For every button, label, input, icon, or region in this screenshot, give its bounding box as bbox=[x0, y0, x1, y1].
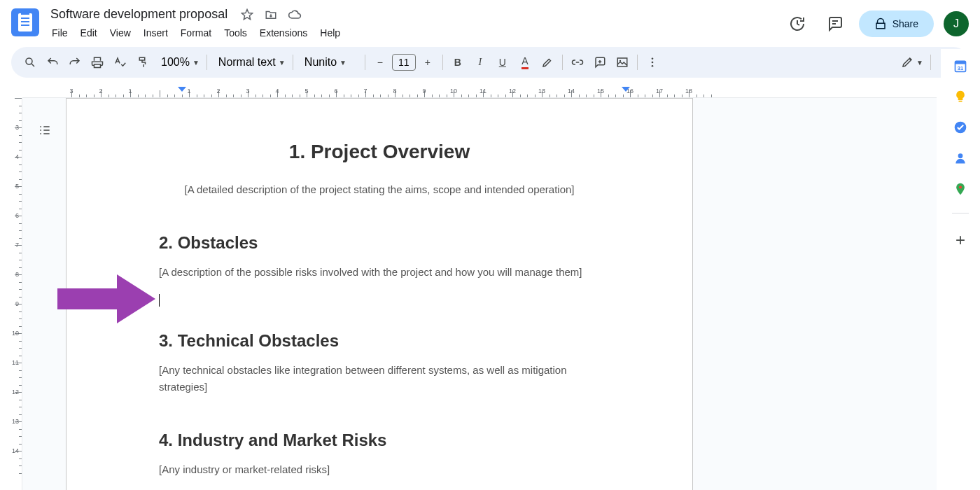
document-title[interactable]: Software development proposal bbox=[46, 6, 232, 23]
side-panel: 31 + bbox=[941, 49, 980, 490]
svg-rect-7 bbox=[955, 61, 966, 64]
insert-image-icon[interactable] bbox=[612, 52, 633, 73]
zoom-dropdown[interactable]: 100%▼ bbox=[154, 52, 202, 73]
paragraph-style-dropdown[interactable]: Normal text▼ bbox=[211, 52, 288, 73]
menu-edit[interactable]: Edit bbox=[75, 24, 103, 41]
undo-icon[interactable] bbox=[42, 52, 63, 73]
heading-2[interactable]: 2. Obstacles bbox=[159, 233, 600, 253]
separator bbox=[442, 55, 443, 70]
bold-button[interactable]: B bbox=[447, 52, 468, 73]
document-page[interactable]: 1. Project Overview [A detailed descript… bbox=[66, 98, 693, 490]
body-text[interactable]: [Any industry or market-related risks] bbox=[159, 461, 600, 478]
separator bbox=[562, 55, 563, 70]
calendar-app-icon[interactable]: 31 bbox=[953, 59, 967, 73]
menu-file[interactable]: File bbox=[46, 24, 74, 41]
insert-link-icon[interactable] bbox=[567, 52, 588, 73]
toolbar: 100%▼ Normal text▼ Nunito▼ − 11 + B I U … bbox=[11, 47, 969, 78]
horizontal-ruler[interactable]: 321123456789101112131415161718 bbox=[22, 85, 937, 98]
body-text[interactable]: [A description of the possible risks inv… bbox=[159, 264, 600, 281]
separator bbox=[930, 55, 931, 70]
header-actions: Share J bbox=[783, 10, 969, 38]
font-dropdown[interactable]: Nunito▼ bbox=[298, 52, 360, 73]
caret-down-icon: ▼ bbox=[340, 59, 346, 66]
font-size-decrease[interactable]: − bbox=[370, 52, 391, 73]
print-icon[interactable] bbox=[87, 52, 108, 73]
caret-down-icon: ▼ bbox=[916, 59, 923, 66]
tasks-app-icon[interactable] bbox=[953, 120, 967, 134]
svg-point-2 bbox=[620, 60, 621, 62]
add-comment-icon[interactable] bbox=[589, 52, 610, 73]
cloud-status-icon[interactable] bbox=[286, 6, 303, 23]
search-menus-icon[interactable] bbox=[20, 52, 41, 73]
redo-icon[interactable] bbox=[64, 52, 85, 73]
font-size-increase[interactable]: + bbox=[417, 52, 438, 73]
editor-canvas: 1. Project Overview [A detailed descript… bbox=[22, 98, 937, 490]
body-text[interactable]: [Any technical obstacles like integratio… bbox=[159, 362, 600, 396]
maps-app-icon[interactable] bbox=[953, 182, 967, 196]
app-header: Software development proposal File Edit … bbox=[0, 0, 980, 41]
more-icon[interactable] bbox=[642, 52, 663, 73]
title-area: Software development proposal File Edit … bbox=[46, 6, 783, 41]
share-button[interactable]: Share bbox=[859, 10, 934, 37]
annotation-arrow bbox=[57, 274, 155, 323]
heading-2[interactable]: 3. Technical Obstacles bbox=[159, 331, 600, 351]
separator bbox=[952, 213, 969, 214]
move-icon[interactable] bbox=[262, 6, 279, 23]
document-outline-icon[interactable] bbox=[32, 118, 57, 143]
menu-help[interactable]: Help bbox=[314, 24, 346, 41]
svg-point-4 bbox=[651, 62, 653, 64]
contacts-app-icon[interactable] bbox=[953, 151, 967, 165]
text-color-button[interactable]: A bbox=[514, 52, 536, 73]
paint-format-icon[interactable] bbox=[132, 52, 153, 73]
comments-icon[interactable] bbox=[821, 10, 849, 38]
separator bbox=[637, 55, 638, 70]
lock-icon bbox=[874, 18, 887, 30]
caret-down-icon: ▼ bbox=[279, 59, 286, 66]
highlight-button[interactable] bbox=[537, 52, 558, 73]
underline-button[interactable]: U bbox=[492, 52, 513, 73]
svg-text:31: 31 bbox=[958, 65, 963, 71]
separator bbox=[293, 55, 293, 70]
font-size-input[interactable]: 11 bbox=[392, 54, 416, 71]
italic-button[interactable]: I bbox=[470, 52, 491, 73]
svg-point-5 bbox=[651, 65, 653, 67]
pencil-icon bbox=[901, 56, 913, 69]
menu-extensions[interactable]: Extensions bbox=[254, 24, 313, 41]
svg-point-11 bbox=[959, 186, 962, 188]
svg-point-3 bbox=[651, 57, 653, 59]
docs-logo-icon[interactable] bbox=[11, 8, 39, 36]
text-cursor bbox=[159, 294, 160, 307]
editing-mode-dropdown[interactable]: ▼ bbox=[894, 52, 926, 73]
svg-point-0 bbox=[26, 58, 32, 64]
caret-down-icon: ▼ bbox=[192, 59, 200, 66]
vertical-ruler[interactable]: 34567891011121314 bbox=[10, 98, 22, 490]
account-avatar[interactable]: J bbox=[944, 11, 969, 36]
heading-1[interactable]: 1. Project Overview bbox=[159, 141, 600, 163]
separator bbox=[206, 55, 207, 70]
share-label: Share bbox=[892, 18, 918, 29]
star-icon[interactable] bbox=[239, 6, 255, 23]
keep-app-icon[interactable] bbox=[953, 90, 967, 104]
menu-insert[interactable]: Insert bbox=[138, 24, 174, 41]
heading-2[interactable]: 4. Industry and Market Risks bbox=[159, 430, 600, 450]
menu-view[interactable]: View bbox=[104, 24, 136, 41]
svg-point-10 bbox=[958, 153, 963, 158]
add-addon-icon[interactable]: + bbox=[955, 230, 965, 250]
history-icon[interactable] bbox=[783, 10, 811, 38]
separator bbox=[365, 55, 365, 70]
menu-bar: File Edit View Insert Format Tools Exten… bbox=[46, 24, 783, 41]
body-text[interactable]: [A detailed description of the project s… bbox=[159, 181, 600, 198]
text-cursor-line[interactable] bbox=[159, 293, 600, 307]
menu-tools[interactable]: Tools bbox=[218, 24, 253, 41]
menu-format[interactable]: Format bbox=[175, 24, 217, 41]
spellcheck-icon[interactable] bbox=[109, 52, 130, 73]
toolbar-container: 100%▼ Normal text▼ Nunito▼ − 11 + B I U … bbox=[0, 41, 980, 78]
